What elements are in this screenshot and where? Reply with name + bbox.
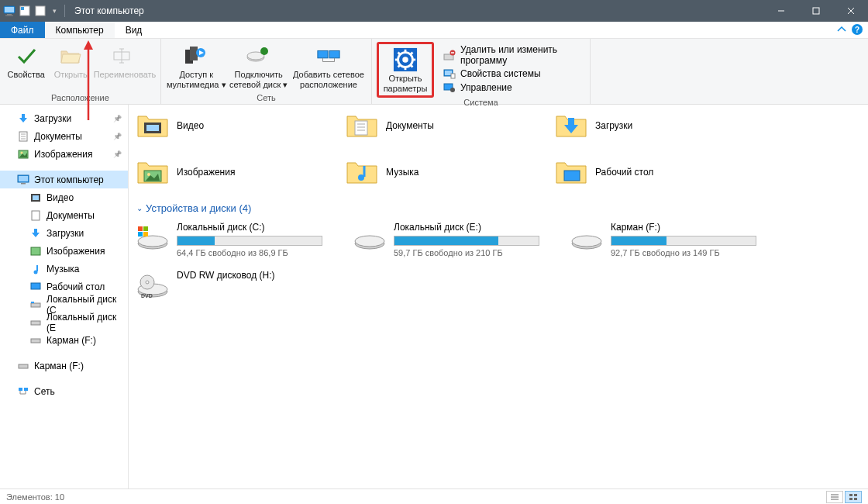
sidebar-pictures2[interactable]: Изображения (0, 242, 128, 260)
dvd-drive-icon: DVD (136, 270, 169, 302)
svg-line-34 (411, 65, 413, 67)
folder-videos[interactable]: Видео (136, 109, 299, 142)
uninstall-program-button[interactable]: Удалить или изменить программу (440, 43, 585, 67)
drive-free-text: 64,4 ГБ свободно из 86,9 ГБ (177, 248, 322, 257)
hdd-drive-icon (353, 222, 386, 254)
svg-rect-63 (31, 247, 40, 255)
svg-rect-92 (138, 232, 143, 236)
sidebar-downloads2[interactable]: Загрузки (0, 224, 128, 242)
folder-pictures[interactable]: Изображения (136, 156, 299, 188)
svg-rect-107 (854, 494, 857, 496)
open-settings-button[interactable]: Открытьпараметры (381, 46, 430, 94)
svg-line-35 (411, 53, 413, 55)
gear-icon (393, 47, 418, 72)
maximize-button[interactable] (798, 0, 833, 22)
open-folder-icon (58, 43, 83, 68)
svg-rect-60 (33, 195, 39, 200)
menu-file[interactable]: Файл (0, 22, 45, 38)
chevron-down-icon: ⌄ (136, 204, 143, 212)
folder-downloads[interactable]: Загрузки (555, 109, 718, 142)
view-tiles-button[interactable] (845, 491, 862, 503)
svg-rect-108 (849, 498, 852, 500)
drive-e[interactable]: Локальный диск (E:) 59,7 ГБ свободно из … (353, 222, 539, 257)
menu-strip: Файл Компьютер Вид ? (0, 22, 868, 39)
sidebar-downloads[interactable]: Загрузки (0, 109, 128, 127)
sidebar-documents2[interactable]: Документы (0, 206, 128, 224)
folder-label: Музыка (386, 167, 418, 178)
drive-name: DVD RW дисковод (H:) (177, 270, 322, 281)
help-icon[interactable]: ? (851, 23, 863, 36)
svg-point-89 (138, 236, 167, 247)
manage-button[interactable]: Управление (440, 81, 585, 95)
add-network-location-button[interactable]: Добавить сетевое расположение (291, 42, 367, 90)
svg-point-95 (355, 236, 384, 247)
manage-icon (443, 81, 456, 94)
system-properties-icon (443, 67, 456, 80)
close-button[interactable] (833, 0, 868, 22)
drives-header[interactable]: ⌄Устройства и диски (4) (136, 202, 860, 214)
svg-rect-66 (31, 303, 40, 307)
folder-documents[interactable]: Документы (346, 109, 508, 142)
drive-f[interactable]: Карман (F:) 92,7 ГБ свободно из 149 ГБ (570, 222, 756, 257)
media-label: Доступ к мультимедиа ▾ (166, 70, 226, 90)
sidebar-network[interactable]: Сеть (0, 382, 128, 400)
sidebar-disk-f[interactable]: Карман (F:) (0, 331, 128, 349)
svg-rect-109 (854, 498, 857, 500)
svg-rect-106 (849, 494, 852, 496)
download-arrow-icon (17, 112, 29, 125)
ribbon-minimize-icon[interactable] (835, 23, 848, 36)
window-title: Этот компьютер (74, 5, 144, 16)
drive-dvd[interactable]: DVD DVD RW дисковод (H:) (136, 270, 322, 302)
svg-rect-77 (146, 125, 159, 131)
svg-rect-90 (138, 226, 143, 231)
network-drive-icon (246, 43, 271, 68)
sidebar-videos[interactable]: Видео (0, 188, 128, 206)
properties-button[interactable]: Свойства (5, 42, 48, 80)
qat-blank-icon[interactable] (34, 5, 46, 17)
documents-folder-icon (346, 109, 378, 142)
system-properties-button[interactable]: Свойства системы (440, 67, 585, 81)
media-access-button[interactable]: Доступ к мультимедиа ▾ (166, 42, 226, 90)
map-drive-button[interactable]: Подключить сетевой диск ▾ (228, 42, 288, 90)
music-note-icon (29, 263, 42, 275)
svg-rect-5 (21, 7, 24, 10)
folder-label: Рабочий стол (595, 167, 653, 178)
svg-point-45 (450, 88, 455, 92)
folder-music[interactable]: Музыка (346, 156, 508, 188)
film-icon (29, 192, 42, 204)
drive-free-text: 92,7 ГБ свободно из 149 ГБ (611, 248, 756, 257)
menu-view[interactable]: Вид (115, 22, 153, 38)
qat-properties-icon[interactable] (19, 5, 31, 17)
folder-label: Изображения (177, 167, 235, 178)
sidebar-disk-e[interactable]: Локальный диск (E (0, 313, 128, 331)
svg-point-64 (34, 270, 38, 274)
svg-point-84 (147, 173, 150, 176)
highlight-box: Открытьпараметры (377, 42, 434, 98)
drive-c[interactable]: Локальный диск (C:) 64,4 ГБ свободно из … (136, 222, 322, 257)
view-details-button[interactable] (826, 491, 843, 503)
sidebar-music[interactable]: Музыка (0, 260, 128, 278)
sidebar-disk-f2[interactable]: Карман (F:) (0, 357, 128, 375)
svg-point-21 (260, 47, 268, 55)
sidebar-this-pc[interactable]: Этот компьютер (0, 171, 128, 188)
svg-rect-8 (813, 8, 819, 14)
drive-usage-bar (611, 236, 756, 246)
svg-rect-68 (31, 321, 40, 325)
sidebar-documents[interactable]: Документы (0, 127, 128, 145)
minimize-button[interactable] (763, 0, 798, 22)
folder-desktop[interactable]: Рабочий стол (555, 156, 718, 188)
content-area: Видео Документы Загрузки Изображения Муз… (129, 105, 868, 488)
uninstall-icon (443, 49, 456, 61)
svg-rect-72 (24, 388, 28, 391)
svg-rect-69 (31, 339, 40, 343)
sidebar-pictures[interactable]: Изображения (0, 145, 128, 163)
svg-rect-71 (19, 388, 22, 391)
svg-point-101 (146, 281, 149, 284)
svg-point-37 (402, 57, 408, 63)
media-icon (184, 43, 208, 68)
map-drive-label: Подключить сетевой диск ▾ (228, 70, 288, 90)
folder-label: Загрузки (595, 120, 632, 131)
qat-dropdown-icon[interactable]: ▾ (50, 7, 60, 15)
menu-computer[interactable]: Компьютер (45, 22, 115, 38)
svg-line-36 (398, 65, 401, 67)
